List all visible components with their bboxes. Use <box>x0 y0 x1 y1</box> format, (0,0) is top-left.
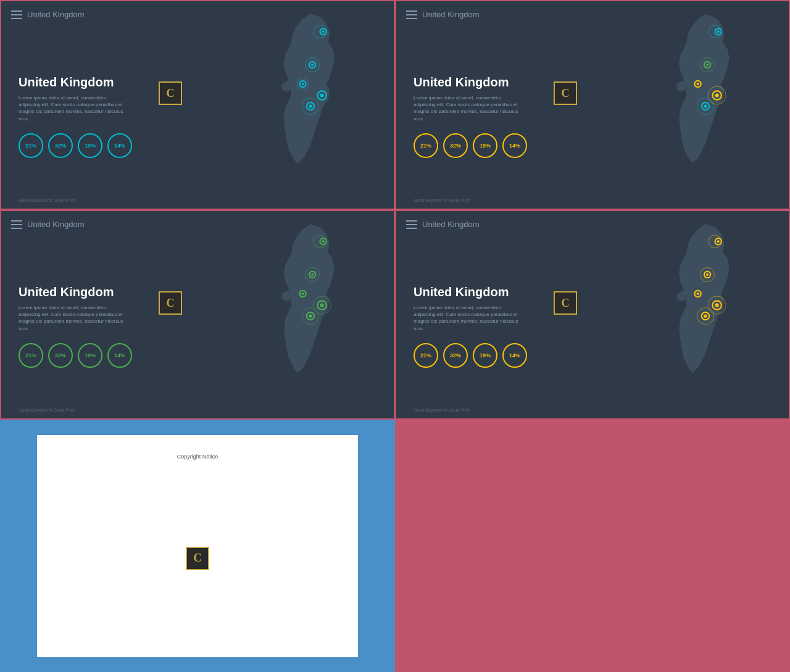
svg-point-4 <box>311 64 314 66</box>
svg-point-43 <box>717 240 720 243</box>
bottom-right-panel <box>395 420 790 672</box>
uk-map-1 <box>239 7 381 199</box>
slide-header-2: United Kingdom <box>406 10 480 19</box>
svg-point-10 <box>309 105 312 108</box>
logo-badge-4: C <box>554 291 577 315</box>
uk-map-3 <box>239 217 381 409</box>
slide-description-3: Lorem ipsum dolor sit amet, consectetur … <box>19 304 127 332</box>
slide-main-title-2: United Kingdom <box>414 75 527 89</box>
copyright-logo-badge: C <box>186 547 209 570</box>
stats-row-4: 21% 32% 19% 14% <box>414 343 527 368</box>
uk-map-2 <box>634 7 776 199</box>
stat-4-3: 19% <box>473 343 497 368</box>
logo-letter-2: C <box>562 87 570 100</box>
slide-title-top-3: United Kingdom <box>27 220 85 229</box>
uk-map-4 <box>634 217 776 409</box>
stat-1-4: 14% <box>107 133 132 158</box>
slide-2: United Kingdom United Kingdom Lorem ipsu… <box>395 0 790 210</box>
slide-content-3: United Kingdom Lorem ipsum dolor sit ame… <box>19 285 132 368</box>
footer-2: Good Keynote for Great Pitch <box>414 198 470 202</box>
footer-3: Good Keynote for Great Pitch <box>19 408 75 412</box>
slide-header-4: United Kingdom <box>406 220 480 229</box>
stat-4-2: 32% <box>443 343 468 368</box>
stats-row-1: 21% 32% 19% 14% <box>19 133 132 158</box>
stat-3-2: 32% <box>48 343 73 368</box>
copyright-logo-letter: C <box>194 552 202 565</box>
logo-letter-4: C <box>562 297 570 310</box>
stat-1-3: 19% <box>78 133 102 158</box>
copyright-slide: Copyright Notice C <box>0 420 395 672</box>
svg-point-29 <box>322 240 325 243</box>
stats-row-2: 21% 32% 19% 14% <box>414 133 527 158</box>
slide-content-1: United Kingdom Lorem ipsum dolor sit ame… <box>19 75 132 158</box>
svg-point-40 <box>320 304 324 307</box>
map-container-2 <box>628 1 789 209</box>
slide-main-title-4: United Kingdom <box>414 285 527 299</box>
svg-point-54 <box>715 304 719 307</box>
map-container-4 <box>628 211 789 418</box>
logo-letter-1: C <box>167 87 175 100</box>
menu-icon-1 <box>11 10 22 19</box>
map-container-3 <box>233 211 394 418</box>
logo-badge-3: C <box>159 291 182 315</box>
logo-letter-3: C <box>167 297 175 310</box>
svg-point-35 <box>302 292 304 295</box>
map-container-1 <box>233 1 394 209</box>
logo-badge-1: C <box>159 81 182 105</box>
slide-4: United Kingdom United Kingdom Lorem ipsu… <box>395 210 790 420</box>
stat-1-1: 21% <box>19 133 43 158</box>
svg-point-18 <box>706 64 709 66</box>
stat-3-4: 14% <box>107 343 132 368</box>
menu-icon-3 <box>11 220 22 229</box>
svg-point-13 <box>320 94 324 97</box>
slide-header-3: United Kingdom <box>11 220 85 229</box>
stats-row-3: 21% 32% 19% 14% <box>19 343 132 368</box>
stat-4-1: 21% <box>414 343 438 368</box>
slide-header-1: United Kingdom <box>11 10 85 19</box>
svg-point-15 <box>717 30 720 33</box>
svg-point-7 <box>302 83 304 85</box>
svg-point-26 <box>715 94 719 97</box>
stat-2-3: 19% <box>473 133 497 158</box>
slide-content-4: United Kingdom Lorem ipsum dolor sit ame… <box>414 285 527 368</box>
slide-1: United Kingdom United Kingdom Lorem ipsu… <box>0 0 395 210</box>
stat-3-3: 19% <box>78 343 102 368</box>
svg-point-21 <box>697 83 699 85</box>
logo-badge-2: C <box>554 81 577 105</box>
svg-point-46 <box>706 273 709 276</box>
slide-main-title-1: United Kingdom <box>19 75 132 89</box>
stat-3-1: 21% <box>19 343 43 368</box>
stat-2-2: 32% <box>443 133 468 158</box>
copyright-inner: Copyright Notice C <box>37 435 358 657</box>
svg-point-49 <box>697 292 699 295</box>
menu-icon-4 <box>406 220 417 229</box>
slide-content-2: United Kingdom Lorem ipsum dolor sit ame… <box>414 75 527 158</box>
slide-title-top-1: United Kingdom <box>27 10 85 19</box>
slide-3: United Kingdom United Kingdom Lorem ipsu… <box>0 210 395 420</box>
svg-point-23 <box>704 105 707 108</box>
slide-description-4: Lorem ipsum dolor sit amet, consectetur … <box>414 304 522 332</box>
copyright-notice: Copyright Notice <box>177 454 218 460</box>
footer-4: Good Keynote for Great Pitch <box>414 408 470 412</box>
stat-2-4: 14% <box>502 133 527 158</box>
menu-icon-2 <box>406 10 417 19</box>
svg-point-51 <box>704 315 707 318</box>
svg-point-1 <box>322 30 325 33</box>
slide-description-2: Lorem ipsum dolor sit amet, consectetur … <box>414 94 522 122</box>
stat-1-2: 32% <box>48 133 73 158</box>
slide-main-title-3: United Kingdom <box>19 285 132 299</box>
slide-description-1: Lorem ipsum dolor sit amet, consectetur … <box>19 94 127 122</box>
svg-point-32 <box>311 273 314 276</box>
slide-title-top-4: United Kingdom <box>422 220 480 229</box>
svg-point-37 <box>309 315 312 318</box>
stat-2-1: 21% <box>414 133 438 158</box>
slide-title-top-2: United Kingdom <box>422 10 480 19</box>
footer-1: Good Keynote for Great Pitch <box>19 198 75 202</box>
stat-4-4: 14% <box>502 343 527 368</box>
